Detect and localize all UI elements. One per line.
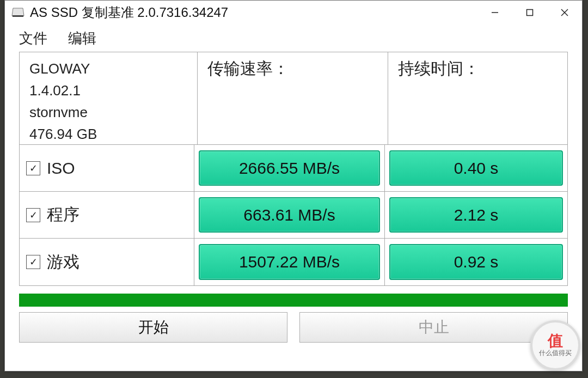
test-label: 游戏: [47, 251, 79, 273]
speed-cell: 1507.22 MB/s: [194, 239, 385, 285]
stop-button: 中止: [299, 312, 568, 343]
window-title: AS SSD 复制基准 2.0.7316.34247: [30, 4, 477, 21]
test-name-cell: ✓ ISO: [20, 145, 194, 192]
time-cell: 0.92 s: [385, 239, 567, 285]
checkbox-program[interactable]: ✓: [26, 208, 40, 222]
header-time: 持续时间：: [388, 58, 480, 80]
time-value: 0.40 s: [389, 150, 563, 186]
watermark-badge: 值 什么值得买: [530, 320, 580, 370]
header-speed-cell: 传输速率：: [198, 52, 388, 145]
speed-value: 1507.22 MB/s: [199, 244, 380, 280]
app-icon: [11, 7, 24, 18]
speed-cell: 2666.55 MB/s: [194, 145, 385, 192]
menu-edit[interactable]: 编辑: [68, 29, 96, 48]
minimize-button[interactable]: [477, 1, 512, 25]
window-controls: [477, 1, 582, 25]
test-label: 程序: [47, 204, 79, 226]
table-row: ✓ 游戏 1507.22 MB/s 0.92 s: [20, 239, 567, 285]
menu-file[interactable]: 文件: [19, 29, 47, 48]
time-value: 0.92 s: [389, 244, 563, 280]
svg-rect-3: [527, 10, 533, 16]
drive-firmware: 1.4.02.1: [29, 80, 81, 101]
speed-cell: 663.61 MB/s: [194, 192, 385, 239]
drive-capacity: 476.94 GB: [29, 123, 97, 145]
maximize-icon: [526, 9, 534, 16]
drive-model: GLOWAY: [29, 58, 90, 80]
speed-value: 663.61 MB/s: [199, 197, 380, 233]
header-speed: 传输速率：: [198, 58, 289, 80]
maximize-button[interactable]: [512, 1, 547, 25]
time-cell: 0.40 s: [385, 145, 567, 192]
watermark-glyph: 值: [548, 333, 563, 349]
speed-value: 2666.55 MB/s: [199, 150, 380, 186]
test-label: ISO: [47, 159, 75, 178]
close-icon: [560, 8, 569, 17]
app-window: AS SSD 复制基准 2.0.7316.34247 文件 编辑 GLOWAY …: [4, 0, 583, 371]
button-row: 开始 中止: [19, 312, 568, 343]
title-bar: AS SSD 复制基准 2.0.7316.34247: [5, 1, 582, 25]
checkbox-iso[interactable]: ✓: [26, 161, 40, 175]
watermark-caption: 什么值得买: [539, 349, 572, 358]
test-name-cell: ✓ 程序: [20, 192, 194, 239]
progress-bar: [19, 294, 568, 307]
svg-marker-0: [12, 8, 24, 16]
menu-bar: 文件 编辑: [5, 25, 582, 52]
time-value: 2.12 s: [389, 197, 563, 233]
table-header-row: GLOWAY 1.4.02.1 stornvme 476.94 GB 传输速率：…: [20, 52, 567, 145]
results-table: GLOWAY 1.4.02.1 stornvme 476.94 GB 传输速率：…: [19, 52, 568, 286]
svg-rect-1: [13, 15, 23, 17]
test-name-cell: ✓ 游戏: [20, 239, 194, 285]
checkbox-game[interactable]: ✓: [26, 255, 40, 269]
drive-driver: stornvme: [29, 101, 88, 123]
drive-info-cell: GLOWAY 1.4.02.1 stornvme 476.94 GB: [20, 52, 198, 145]
time-cell: 2.12 s: [385, 192, 567, 239]
table-row: ✓ ISO 2666.55 MB/s 0.40 s: [20, 145, 567, 192]
close-button[interactable]: [547, 1, 582, 25]
table-row: ✓ 程序 663.61 MB/s 2.12 s: [20, 192, 567, 239]
minimize-icon: [491, 9, 499, 16]
header-time-cell: 持续时间：: [388, 52, 567, 145]
start-button[interactable]: 开始: [19, 312, 287, 343]
